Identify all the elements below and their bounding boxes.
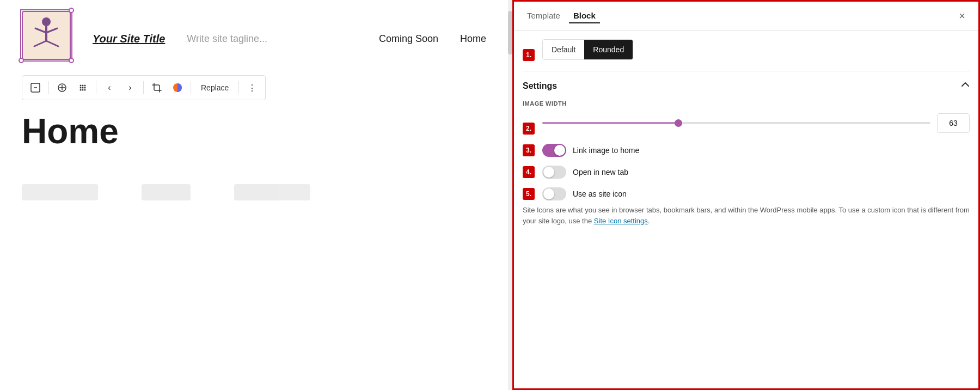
yoga-figure-icon [30,16,63,54]
more-options-button[interactable]: ⋮ [242,78,262,97]
site-icon-desc-text: Site Icons are what you see in browser t… [523,206,970,225]
step-label-2: 2. [523,123,535,135]
slider-step-row: 2. [523,113,970,144]
settings-section: Settings IMAGE WIDTH 2. [523,71,970,226]
use-as-site-icon-label: Use as site icon [573,190,627,198]
toolbar-divider-4 [191,81,191,94]
toolbar-divider-2 [96,81,96,94]
tab-block[interactable]: Block [569,9,600,23]
grid-icon [77,82,88,93]
crop-icon [151,82,162,93]
svg-point-15 [82,87,84,89]
style-rounded-button[interactable]: Rounded [584,40,633,59]
move-button[interactable] [73,78,93,97]
image-width-label: IMAGE WIDTH [523,100,970,107]
site-icon-settings-link[interactable]: Site Icon settings [594,217,648,225]
step-5: 5. [523,188,538,200]
image-width-input[interactable] [937,113,970,133]
chevron-up-icon [961,80,970,89]
scroll-track[interactable] [508,0,512,390]
settings-header: Settings [523,80,970,92]
panel-content: 1. Default Rounded Settings [514,31,978,388]
page-heading: Home [22,111,486,151]
logo-block-icon [30,82,41,93]
chevron-left-icon: ‹ [108,83,111,93]
svg-point-18 [82,89,84,91]
logo-image [22,11,71,60]
style-toggle-group: Default Rounded [542,39,633,60]
replace-label: Replace [201,83,229,92]
svg-point-0 [42,17,51,26]
style-default-button[interactable]: Default [543,40,584,59]
crop-button[interactable] [147,78,167,97]
link-image-toggle-row: Link image to home [542,144,970,157]
step-label-3: 3. [523,144,535,156]
toolbar-divider-5 [238,81,239,94]
svg-point-16 [84,87,86,89]
site-icon-description: Site Icons are what you see in browser t… [523,205,970,226]
svg-point-14 [80,87,82,89]
svg-point-17 [80,89,82,91]
svg-point-12 [82,85,84,87]
link-image-toggle[interactable] [542,144,566,157]
step-1: 1. [523,49,538,61]
site-icon-step-row: 5. Use as site icon [523,187,970,200]
link-image-step-row: 3. Link image to home [523,144,970,157]
block-type-button[interactable] [26,78,45,97]
image-width-slider-row [542,113,970,133]
toolbar-divider-1 [48,81,49,94]
drag-icon [57,82,68,93]
more-icon: ⋮ [248,83,256,93]
toolbar-divider-3 [143,81,144,94]
step-2: 2. [523,123,538,135]
panel-header: Template Block × [514,2,978,31]
style-step-row: 1. Default Rounded [523,39,970,71]
color-icon [172,82,183,93]
site-tagline[interactable]: Write site tagline... [187,33,357,45]
step-label-4: 4. [523,166,535,178]
site-title[interactable]: Your Site Title [93,33,165,45]
use-as-site-icon-toggle[interactable] [542,187,566,200]
navigate-prev-button[interactable]: ‹ [100,78,119,97]
toggle-knob-siteicon [543,188,554,199]
toggle-knob-link [554,145,565,156]
svg-point-19 [84,89,86,91]
site-icon-desc-end: . [648,217,650,225]
step-4: 4. [523,166,538,178]
close-button[interactable]: × [954,8,970,23]
chevron-right-icon: › [128,83,131,93]
svg-point-13 [84,85,86,87]
step-label-1: 1. [523,49,535,61]
right-panel: Template Block × 1. Default Rounded Sett… [512,0,980,390]
svg-line-3 [46,28,57,33]
logo-block[interactable] [22,11,71,60]
settings-collapse-button[interactable] [961,80,970,92]
new-tab-toggle-row: Open in new tab [542,166,970,179]
site-icon-toggle-row: Use as site icon [542,187,970,200]
slider-thumb[interactable] [675,119,682,127]
slider-track[interactable] [542,122,930,124]
navigate-next-button[interactable]: › [120,78,140,97]
nav-item-home[interactable]: Home [460,33,486,45]
navigation: Coming Soon Home [379,33,486,45]
new-tab-step-row: 4. Open in new tab [523,166,970,179]
svg-point-11 [80,85,82,87]
replace-button[interactable]: Replace [194,78,235,97]
ghost-content [22,184,486,200]
tab-template[interactable]: Template [523,9,565,23]
block-toolbar: ‹ › Replace [22,75,266,100]
settings-title: Settings [523,81,557,91]
scroll-thumb[interactable] [508,11,512,54]
color-button[interactable] [168,78,187,97]
link-image-label: Link image to home [573,146,639,155]
step-3: 3. [523,144,538,156]
toggle-knob-newtab [543,167,554,178]
slider-fill [542,122,678,124]
drag-button[interactable] [52,78,72,97]
step-label-5: 5. [523,188,535,200]
nav-item-coming-soon[interactable]: Coming Soon [379,33,438,45]
svg-line-4 [34,41,46,46]
svg-line-5 [46,41,58,46]
svg-line-2 [35,28,46,33]
open-new-tab-toggle[interactable] [542,166,566,179]
